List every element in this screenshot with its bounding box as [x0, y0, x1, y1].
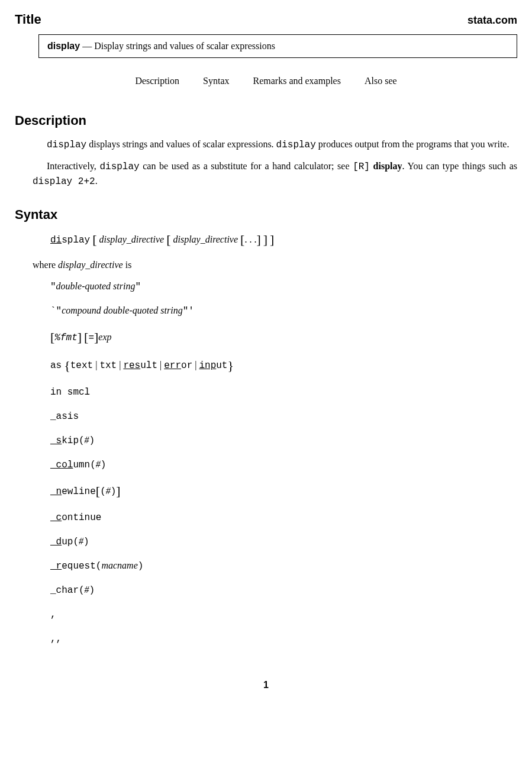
desc-text-5: . You can type things such as — [402, 161, 517, 171]
nl-ul: _n — [50, 486, 62, 497]
syntax-cmd-rest: splay — [62, 235, 90, 246]
bracket-close-icon: ] — [270, 232, 274, 247]
syntax-ellipsis: . . . — [244, 234, 256, 244]
syntax-cmd-abbrev: di — [50, 235, 62, 246]
bracket-close-icon: ] — [256, 232, 260, 247]
nav-syntax[interactable]: Syntax — [203, 76, 229, 86]
page-title: Title — [15, 12, 41, 27]
in-smcl-text: in smcl — [50, 387, 90, 398]
nav-alsosee[interactable]: Also see — [365, 76, 397, 86]
desc-code-1: display — [47, 140, 86, 150]
directive-list: "double-quoted string" `"compound double… — [50, 281, 517, 644]
cdq-text: compound double-quoted string — [62, 305, 182, 315]
syntax-where: where display_directive is — [33, 260, 517, 270]
where-text-2: is — [123, 260, 132, 270]
req-close: ) — [138, 561, 144, 572]
directive-char: _char(#) — [50, 585, 517, 596]
asis-text: _asis — [50, 411, 79, 422]
directive-column: _column(#) — [50, 459, 517, 470]
brace-close-icon: } — [227, 358, 234, 373]
bracket-close-icon: ] — [263, 232, 267, 247]
exp-text: exp — [98, 332, 111, 342]
nav-description[interactable]: Description — [135, 76, 179, 86]
section-nav: Description Syntax Remarks and examples … — [15, 76, 517, 86]
directive-in-smcl: in smcl — [50, 386, 517, 398]
description-para-1: display displays strings and values of s… — [33, 137, 517, 152]
directive-fmt-exp: [%fmt] [=]exp — [50, 330, 517, 345]
syntax-line: display [ display_directive [ display_di… — [50, 231, 517, 248]
directive-double-comma: ,, — [50, 633, 517, 644]
comma-text: , — [50, 609, 56, 620]
skip-ul: _s — [50, 435, 62, 446]
eq-sign: = — [88, 332, 94, 343]
directive-asis: _asis — [50, 411, 517, 422]
dcomma-text: ,, — [50, 634, 62, 644]
as-keyword: as — [50, 360, 62, 371]
directive-comma: , — [50, 609, 517, 620]
style-err-rest: or — [181, 360, 192, 371]
style-inp-rest: ut — [216, 360, 227, 371]
dup-rest: up( — [62, 537, 79, 547]
char-close: ) — [89, 585, 95, 596]
char-hash: # — [85, 585, 89, 595]
desc-code-2: display — [276, 140, 316, 150]
bracket-open-icon: [ — [92, 232, 96, 247]
directive-as-style: as {text | txt | result | error | input} — [50, 358, 517, 373]
desc-ref-manual: [R] — [353, 162, 370, 172]
desc-text-4: can be used as a substitute for a hand c… — [140, 161, 353, 171]
command-name: display — [47, 41, 80, 51]
desc-text-2: produces output from the programs that y… — [316, 139, 510, 149]
style-txt: txt — [99, 360, 117, 371]
nl-popen: ( — [100, 486, 106, 497]
nl-hash: # — [106, 486, 111, 496]
desc-text-1: displays strings and values of scalar ex… — [86, 139, 276, 149]
dq-text: double-quoted string — [56, 281, 136, 291]
style-err-ul: err — [164, 360, 181, 371]
directive-request: _request(macname) — [50, 560, 517, 572]
syntax-heading: Syntax — [15, 207, 517, 222]
cdq-open: `" — [50, 306, 62, 317]
char-open: _char( — [50, 585, 85, 596]
syntax-directive-1: display_directive — [99, 234, 165, 244]
dq-close: " — [135, 282, 141, 292]
skip-close: ) — [89, 435, 95, 446]
brace-open-icon: { — [64, 358, 70, 373]
directive-dup: _dup(#) — [50, 536, 517, 547]
desc-text-6: . — [95, 176, 98, 186]
style-inp-ul: inp — [199, 360, 216, 371]
nl-rest: ewline — [62, 486, 96, 497]
nav-remarks[interactable]: Remarks and examples — [253, 76, 341, 86]
syntax-directive-2: display_directive — [173, 234, 238, 244]
command-sep: — — [82, 41, 92, 51]
site-link[interactable]: stata.com — [467, 14, 517, 27]
directive-compound-quoted: `"compound double-quoted string"' — [50, 305, 517, 317]
col-ul: _col — [50, 460, 73, 470]
directive-double-quoted: "double-quoted string" — [50, 281, 517, 292]
nl-pclose: ) — [111, 486, 117, 497]
col-rest: umn( — [73, 460, 95, 470]
dup-close: ) — [83, 537, 89, 547]
cont-ul: _c — [50, 512, 62, 523]
where-directive: display_directive — [58, 260, 123, 270]
page-number: 1 — [15, 680, 517, 690]
description-para-2: Interactively, display can be used as a … — [33, 159, 517, 189]
desc-code-4: display 2+2 — [33, 176, 95, 187]
bracket-close-icon: ] — [78, 330, 82, 344]
fmt-text: %fmt — [54, 332, 77, 343]
directive-skip: _skip(#) — [50, 435, 517, 446]
bracket-close-icon: ] — [116, 483, 120, 498]
desc-text-3: Interactively, — [47, 161, 99, 171]
dup-hash: # — [79, 536, 83, 546]
skip-hash: # — [85, 435, 89, 445]
style-res-ul: res — [123, 360, 140, 371]
cdq-close: "' — [183, 306, 194, 317]
col-hash: # — [96, 459, 101, 469]
req-ul: _r — [50, 561, 62, 572]
command-summary-box: display — Display strings and values of … — [38, 34, 517, 58]
desc-ref-link[interactable]: display — [370, 161, 402, 171]
dup-ul: _d — [50, 537, 62, 547]
description-heading: Description — [15, 113, 517, 128]
command-desc: Display strings and values of scalar exp… — [94, 41, 275, 51]
req-rest: equest( — [62, 561, 101, 572]
directive-continue: _continue — [50, 512, 517, 523]
